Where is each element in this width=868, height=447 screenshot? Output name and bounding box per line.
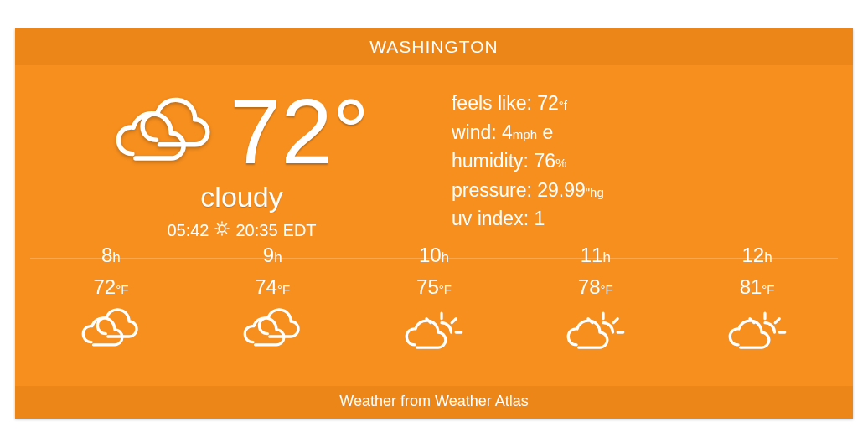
hourly-forecast: 8h72°F9h74°F10h75°F11h78°F12h81°F bbox=[30, 258, 838, 386]
humidity-unit: % bbox=[555, 156, 566, 170]
weather-widget: WASHINGTON 72° cloudy 05:42 20: bbox=[15, 28, 853, 419]
humidity-row: humidity: 76% bbox=[452, 146, 819, 176]
forecast-hour: 10h75°F bbox=[354, 244, 515, 357]
forecast-hour: 12h81°F bbox=[676, 244, 838, 357]
wind-value: 4 bbox=[502, 121, 513, 143]
forecast-temp: 74°F bbox=[255, 275, 290, 299]
forecast-temp: 75°F bbox=[416, 275, 452, 299]
current-summary: 72° cloudy 05:42 20:35 EDT bbox=[49, 84, 435, 241]
sunrise-time: 05:42 bbox=[167, 221, 209, 240]
wind-row: wind: 4mph e bbox=[452, 118, 819, 147]
location-name: WASHINGTON bbox=[369, 37, 499, 56]
pressure-unit: "hg bbox=[586, 185, 604, 199]
forecast-time: 9h bbox=[263, 244, 282, 267]
partly-cloudy-icon bbox=[566, 302, 626, 357]
forecast-temp: 78°F bbox=[578, 275, 613, 299]
humidity-label: humidity: bbox=[452, 150, 529, 172]
uv-index-row: uv index: 1 bbox=[452, 204, 819, 234]
partly-cloudy-icon bbox=[404, 302, 464, 357]
forecast-temp: 81°F bbox=[740, 275, 775, 299]
forecast-time: 12h bbox=[742, 244, 772, 267]
timezone-label: EDT bbox=[283, 221, 317, 240]
feels-like-row: feels like: 72°f bbox=[452, 89, 819, 118]
wind-unit: mph bbox=[513, 127, 537, 141]
forecast-hour: 9h74°F bbox=[192, 244, 354, 357]
current-condition: cloudy bbox=[200, 181, 282, 213]
forecast-time: 8h bbox=[101, 244, 121, 267]
forecast-hour: 11h78°F bbox=[514, 244, 676, 357]
forecast-hour: 8h72°F bbox=[30, 244, 192, 357]
sun-icon bbox=[214, 220, 230, 241]
uv-value: 1 bbox=[534, 208, 545, 229]
pressure-row: pressure: 29.99"hg bbox=[452, 176, 819, 205]
attribution-footer: Weather from Weather Atlas bbox=[15, 386, 853, 419]
pressure-value: 29.99 bbox=[537, 179, 586, 201]
feels-like-unit: °f bbox=[559, 98, 567, 112]
location-header: WASHINGTON bbox=[15, 28, 853, 65]
current-temperature: 72° bbox=[230, 85, 369, 177]
weather-details: feels like: 72°f wind: 4mph e humidity: … bbox=[435, 84, 819, 241]
partly-cloudy-icon bbox=[727, 302, 788, 357]
forecast-time: 10h bbox=[419, 244, 449, 267]
forecast-temp: 72°F bbox=[93, 275, 128, 299]
sunset-time: 20:35 bbox=[235, 221, 277, 240]
wind-label: wind: bbox=[452, 121, 497, 143]
feels-like-label: feels like: bbox=[452, 92, 532, 114]
uv-label: uv index: bbox=[452, 208, 529, 229]
feels-like-value: 72 bbox=[537, 92, 559, 114]
forecast-time: 11h bbox=[581, 244, 611, 267]
attribution-text: Weather from Weather Atlas bbox=[339, 393, 528, 409]
sunrise-sunset-row: 05:42 20:35 EDT bbox=[167, 220, 316, 241]
temp-row: 72° bbox=[114, 84, 369, 179]
cloudy-icon bbox=[80, 302, 141, 357]
wind-direction: e bbox=[542, 121, 553, 143]
current-weather-section: 72° cloudy 05:42 20:35 EDT feels like: 7… bbox=[15, 65, 853, 249]
cloudy-icon bbox=[114, 84, 214, 179]
pressure-label: pressure: bbox=[452, 179, 532, 201]
humidity-value: 76 bbox=[534, 150, 555, 172]
cloudy-icon bbox=[242, 302, 302, 357]
